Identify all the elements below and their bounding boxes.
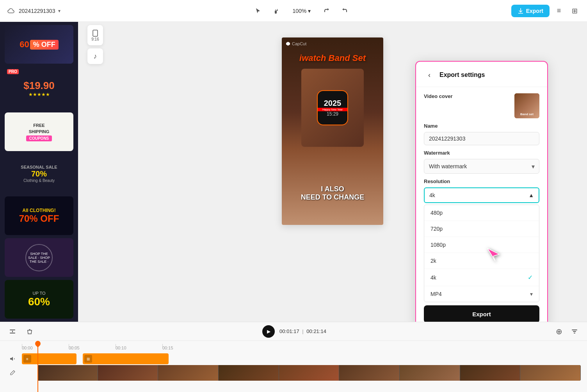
film-frame-2: [98, 365, 158, 381]
res-option-720p[interactable]: 720p: [424, 221, 539, 237]
video-title: iwatch Band Set: [282, 53, 383, 63]
watch-face: 2025 Happy New Year 15:29: [317, 90, 348, 125]
svg-rect-4: [10, 333, 15, 333]
timeline-controls: ▶ 00:01:17 | 00:21:14 ⊕: [0, 322, 587, 341]
ruler-mark-1: 00:05: [69, 346, 116, 350]
add-track-btn[interactable]: ⊕: [553, 325, 565, 338]
template-card-1[interactable]: 60 % OFF: [5, 25, 73, 64]
top-bar-left: 202412291303 ▾: [6, 6, 92, 16]
cursor-tool-btn[interactable]: [252, 5, 264, 17]
watermark-text: CapCut: [292, 41, 306, 46]
watermark-select[interactable]: With watermark: [424, 159, 539, 174]
template-card-4[interactable]: SEASONAL SALE 70% Clothing & Beauty: [5, 154, 73, 193]
watch-time: 15:29: [327, 111, 338, 117]
export-panel: ‹ Export settings Video cover Band set: [415, 61, 548, 322]
film-frame-3: [158, 365, 219, 381]
res-option-480p[interactable]: 480p: [424, 205, 539, 221]
timeline-settings-btn[interactable]: [568, 325, 581, 338]
res-option-1080p[interactable]: 1080p: [424, 237, 539, 253]
res-option-2k[interactable]: 2k: [424, 253, 539, 269]
playhead[interactable]: [37, 341, 38, 392]
video-thumbnail[interactable]: Band set: [514, 93, 539, 118]
track-clips-1: ≡ ⊞: [22, 352, 581, 366]
ruler-mark-3: 00:15: [162, 346, 209, 350]
svg-rect-7: [573, 331, 576, 332]
play-btn[interactable]: ▶: [262, 325, 275, 338]
top-bar-center: 100% ▾: [97, 5, 507, 17]
delete-tool-btn[interactable]: [23, 325, 36, 338]
top-bar-right: Export ≡ ⊞: [511, 5, 581, 17]
export-button[interactable]: Export: [511, 5, 550, 17]
canvas-area: 9:16 ♪ CapCut iwatch Band Set: [78, 22, 587, 322]
resolution-field-label: Resolution: [424, 178, 539, 184]
res-option-4k[interactable]: 4k ✓: [424, 269, 539, 286]
format-mp4-label: MP4: [430, 291, 442, 297]
res-option-1080p-label: 1080p: [430, 242, 446, 248]
export-panel-body: Video cover Band set Name Watermark: [416, 87, 547, 322]
template-card-2[interactable]: PRO $19.90 ★★★★★: [5, 67, 73, 109]
res-option-mp4-row[interactable]: MP4 ▾: [424, 286, 539, 302]
res-option-4k-label: 4k: [430, 274, 436, 281]
bottom-text: I ALSO NEED TO CHANGE: [282, 185, 383, 201]
format-chevron-down-icon: ▾: [530, 291, 533, 297]
timeline-track-area: 00:00 00:05 00:10 00:15: [0, 341, 587, 392]
track-row-2: [6, 366, 581, 380]
watermark-select-wrapper: With watermark ▾: [424, 159, 539, 174]
split-tool-btn[interactable]: [6, 325, 19, 338]
watermark-field-label: Watermark: [424, 150, 539, 156]
template-card-5[interactable]: All CLOTHING! 70% OFF: [5, 196, 73, 235]
export-panel-title: Export settings: [439, 71, 485, 78]
clothing-pct: 70% OFF: [19, 213, 59, 224]
zoom-control[interactable]: 100% ▾: [289, 6, 314, 16]
res-option-2k-label: 2k: [430, 258, 436, 264]
resolution-dropdown-btn[interactable]: 4k ▲: [424, 187, 539, 203]
hand-tool-btn[interactable]: [270, 5, 283, 17]
coupon-badge: COUPONS: [26, 135, 52, 141]
export-confirm-btn[interactable]: Export: [424, 305, 539, 322]
zoom-dropdown-arrow: ▾: [308, 8, 311, 14]
left-sidebar: 60 % OFF PRO $19.90 ★★★★★ FREE S: [0, 22, 78, 322]
name-input[interactable]: [424, 132, 539, 145]
video-cover-label: Video cover: [424, 93, 510, 99]
watermark-value: With watermark: [429, 163, 467, 169]
svg-rect-5: [12, 331, 13, 332]
video-bottom-line1: I ALSO: [282, 185, 383, 193]
export-panel-header: ‹ Export settings: [416, 62, 547, 87]
edit-icon[interactable]: [6, 367, 19, 379]
template-card-3[interactable]: FREE SHIPPING COUPONS: [5, 112, 73, 151]
track-row-1: ≡ ⊞: [6, 352, 581, 366]
film-frame-5: [279, 365, 340, 381]
video-cover-section: Video cover Band set: [424, 93, 539, 118]
template-card-6[interactable]: SHOP THE SALE · SHOP THE SALE ·: [5, 238, 73, 277]
project-dropdown-arrow[interactable]: ▾: [58, 8, 60, 14]
circle-design: SHOP THE SALE · SHOP THE SALE ·: [25, 244, 53, 271]
current-time-display: 00:01:17 | 00:21:14: [279, 328, 326, 334]
export-back-btn[interactable]: ‹: [424, 69, 435, 80]
svg-rect-6: [572, 330, 577, 330]
layout-btn[interactable]: ⊞: [568, 5, 581, 17]
free-shipping-text: FREE: [33, 123, 44, 128]
video-bottom-line2: NEED TO CHANGE: [282, 193, 383, 201]
volume-icon[interactable]: [6, 353, 19, 365]
off-badge-1: % OFF: [30, 40, 59, 50]
price-tag: $19.90: [23, 80, 55, 92]
resolution-chevron-up-icon: ▲: [528, 192, 534, 198]
video-filmstrip[interactable]: [37, 365, 581, 381]
undo-btn[interactable]: [320, 5, 333, 17]
timeline-area: ▶ 00:01:17 | 00:21:14 ⊕: [0, 322, 587, 392]
svg-marker-1: [286, 42, 290, 46]
redo-btn[interactable]: [339, 5, 351, 17]
film-frame-7: [400, 365, 460, 381]
template-card-7[interactable]: UP TO 60%: [5, 280, 73, 319]
upto-pct: 60%: [28, 296, 50, 308]
orange-clip-2[interactable]: ⊞: [83, 353, 169, 364]
top-bar: 202412291303 ▾ 100% ▾: [0, 0, 587, 22]
menu-btn[interactable]: ≡: [553, 5, 565, 17]
orange-clip-1[interactable]: ≡: [22, 353, 76, 364]
film-frame-1: [37, 365, 98, 381]
tiktok-icon-btn[interactable]: ♪: [87, 48, 103, 64]
watch-happy-text: Happy New Year: [318, 108, 347, 111]
svg-rect-0: [93, 30, 98, 36]
timeline-right-tools: ⊕: [553, 325, 581, 338]
res-option-4k-check-icon: ✓: [528, 274, 533, 281]
